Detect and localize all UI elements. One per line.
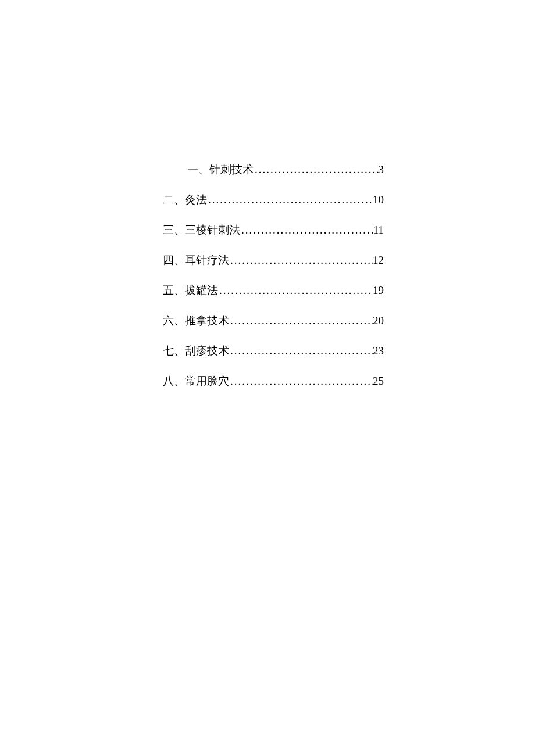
toc-page: 3 [379,164,384,175]
toc-dots: ........................................… [229,375,373,386]
toc-entry: 二、灸法 ...................................… [163,194,384,205]
toc-entry: 四、耳针疗法 .................................… [163,255,384,266]
toc-page: 11 [373,224,384,235]
toc-dots: ........................................… [229,255,373,266]
toc-title: 六、推拿技术 [163,315,229,326]
toc-entry: 六、推拿技术 .................................… [163,315,384,326]
toc-dots: ........................................… [229,315,373,326]
toc-page: 19 [373,285,384,296]
toc-title: 二、灸法 [163,194,207,205]
toc-entry: 三、三棱针刺法 ................................… [163,224,384,235]
toc-entry: 五、拔罐法 ..................................… [163,285,384,296]
toc-title: 八、常用脸穴 [163,375,229,386]
toc-entry: 七、刮疹技术 .................................… [163,345,384,356]
toc-container: 一、针刺技术 .................................… [163,164,384,406]
toc-dots: ........................................… [254,164,379,175]
toc-title: 三、三棱针刺法 [163,224,240,235]
toc-page: 12 [373,255,384,266]
toc-entry: 一、针刺技术 .................................… [163,164,384,175]
toc-dots: ........................................… [207,194,373,205]
toc-dots: ........................................… [218,285,373,296]
toc-title: 七、刮疹技术 [163,345,229,356]
toc-page: 23 [373,345,384,356]
toc-title: 五、拔罐法 [163,285,218,296]
toc-title: 一、针刺技术 [187,164,254,175]
toc-page: 25 [373,375,384,386]
toc-entry: 八、常用脸穴 .................................… [163,375,384,386]
toc-page: 20 [373,315,384,326]
toc-title: 四、耳针疗法 [163,255,229,266]
toc-dots: ........................................… [240,224,373,235]
toc-dots: ........................................… [229,345,373,356]
toc-page: 10 [373,194,384,205]
